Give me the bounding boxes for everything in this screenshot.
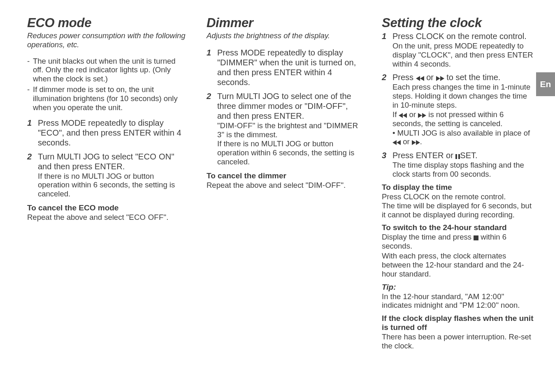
display-text: ECO bbox=[41, 128, 59, 137]
display-time-text: Press CLOCK on the remote control. The t… bbox=[382, 192, 534, 219]
column-eco-mode: ECO mode Reduces power consumption with … bbox=[27, 16, 188, 355]
step-text: Press MODE repeatedly to display "ECO", … bbox=[38, 118, 181, 147]
hour-standard-text: Display the time and press within 6 seco… bbox=[382, 233, 534, 251]
eco-heading: ECO mode bbox=[27, 16, 188, 30]
clock-heading: Setting the clock bbox=[382, 16, 534, 30]
step-desc: "DIM-OFF" is the brightest and "DIMMER 3… bbox=[217, 121, 363, 139]
step-item: Press or to set the time. Each press cha… bbox=[382, 72, 534, 146]
display-text: ECO ON bbox=[138, 152, 172, 161]
language-tab-label: En bbox=[540, 79, 551, 89]
step-desc: On the unit, press MODE repeatedly to di… bbox=[392, 42, 534, 68]
clock-flash-heading: If the clock display flashes when the un… bbox=[382, 314, 534, 332]
step-item: Press CLOCK on the remote control. On th… bbox=[382, 31, 534, 68]
rewind-icon bbox=[416, 76, 424, 81]
step-item: Press ENTER or SET. The time display sto… bbox=[382, 150, 534, 179]
step-item: Turn MULTI JOG to select "ECO ON" and th… bbox=[27, 152, 188, 198]
step-desc: Each press changes the time in 1-minute … bbox=[392, 83, 534, 109]
step-text: Press ENTER or SET. bbox=[392, 151, 478, 160]
display-text: PM 12:00 bbox=[462, 301, 496, 309]
dimmer-intro: Adjusts the brightness of the display. bbox=[207, 31, 363, 40]
list-item: If dimmer mode is set to on, the unit il… bbox=[27, 85, 188, 112]
clock-flash-text: There has been a power interruption. Re-… bbox=[382, 332, 534, 350]
step-desc: The time display stops flashing and the … bbox=[392, 161, 534, 179]
clock-steps: Press CLOCK on the remote control. On th… bbox=[382, 31, 534, 179]
step-desc: If or is not pressed within 6 seconds, t… bbox=[392, 110, 534, 128]
eco-note-list: The unit blacks out when the unit is tur… bbox=[27, 57, 188, 112]
fast-forward-icon bbox=[412, 140, 420, 145]
display-text: ECO OFF bbox=[129, 213, 163, 221]
stop-icon bbox=[474, 235, 478, 240]
step-text: Turn MULTI JOG to select "ECO ON" and th… bbox=[38, 152, 174, 171]
language-tab: En bbox=[536, 72, 555, 96]
list-item: The unit blacks out when the unit is tur… bbox=[27, 57, 188, 83]
step-item: Press MODE repeatedly to display "ECO", … bbox=[27, 118, 188, 148]
dimmer-cancel-text: Repeat the above and select "DIM-OFF". bbox=[207, 181, 363, 190]
eco-steps: Press MODE repeatedly to display "ECO", … bbox=[27, 118, 188, 198]
fast-forward-icon bbox=[436, 76, 444, 81]
display-text: DIM-OFF bbox=[308, 181, 341, 189]
eco-cancel-heading: To cancel the ECO mode bbox=[27, 203, 188, 212]
hour-standard-heading: To switch to the 24-hour standard bbox=[382, 223, 534, 232]
eco-intro: Reduces power consumption with the follo… bbox=[27, 31, 188, 49]
step-text: Turn MULTI JOG to select one of the thre… bbox=[217, 92, 351, 120]
display-text: DIMMER bbox=[220, 58, 254, 67]
display-text: DIM-OFF bbox=[307, 101, 342, 111]
step-item: Press MODE repeatedly to display "DIMMER… bbox=[207, 48, 363, 87]
step-desc: • MULTI JOG is also available in place o… bbox=[392, 129, 534, 147]
step-text: Press MODE repeatedly to display "DIMMER… bbox=[217, 48, 356, 87]
column-clock: Setting the clock Press CLOCK on the rem… bbox=[382, 16, 534, 355]
tip-text: In the 12-hour standard, "AM 12:00" indi… bbox=[382, 292, 534, 310]
tip-heading: Tip: bbox=[382, 283, 534, 292]
rewind-icon bbox=[399, 113, 407, 118]
display-text: DIM-OFF bbox=[220, 121, 253, 130]
hour-standard-text-2: With each press, the clock alternates be… bbox=[382, 251, 534, 278]
dimmer-steps: Press MODE repeatedly to display "DIMMER… bbox=[207, 48, 363, 166]
display-text: AM 12:00 bbox=[468, 292, 502, 301]
display-text: CLOCK bbox=[421, 51, 448, 59]
display-time-heading: To display the time bbox=[382, 183, 534, 192]
step-text: Press CLOCK on the remote control. bbox=[392, 32, 527, 41]
step-text: Press or to set the time. bbox=[392, 73, 500, 82]
rewind-icon bbox=[392, 140, 401, 145]
eco-cancel-text: Repeat the above and select "ECO OFF". bbox=[27, 213, 188, 222]
fast-forward-icon bbox=[418, 113, 426, 118]
step-desc: If there is no MULTI JOG or button opera… bbox=[217, 139, 363, 166]
dimmer-heading: Dimmer bbox=[207, 16, 363, 30]
pause-icon bbox=[455, 154, 460, 159]
column-dimmer: Dimmer Adjusts the brightness of the dis… bbox=[207, 16, 363, 355]
page-content: ECO mode Reduces power consumption with … bbox=[0, 0, 555, 355]
dimmer-cancel-heading: To cancel the dimmer bbox=[207, 171, 363, 180]
step-item: Turn MULTI JOG to select one of the thre… bbox=[207, 91, 363, 166]
step-desc: If there is no MULTI JOG or button opera… bbox=[38, 172, 188, 198]
